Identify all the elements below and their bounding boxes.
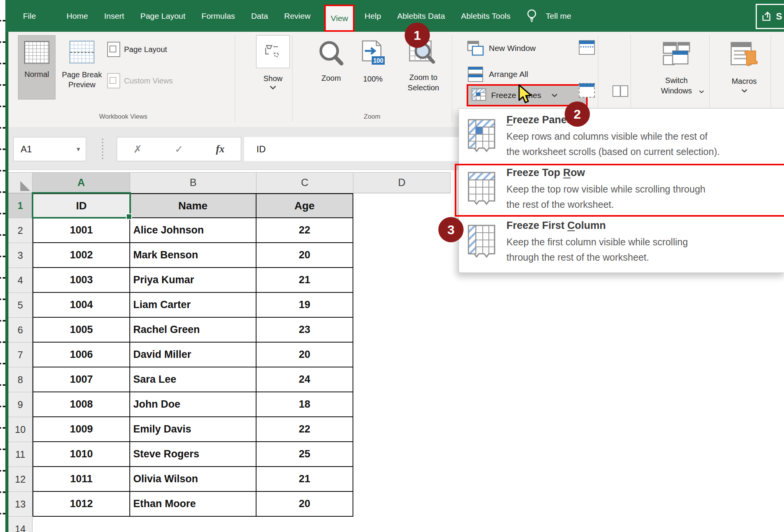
cell-name[interactable]: John Doe <box>130 392 256 417</box>
tab-review[interactable]: Review <box>284 11 310 21</box>
cell-id[interactable]: 1009 <box>33 417 130 442</box>
annotation-step-2: 2 <box>565 101 590 127</box>
custom-views-button[interactable]: Custom Views <box>107 73 173 88</box>
column-header-b[interactable]: B <box>130 172 256 193</box>
tab-insert[interactable]: Insert <box>104 11 124 21</box>
cell-name[interactable]: Mark Benson <box>130 243 256 268</box>
cell-id[interactable]: 1002 <box>33 243 130 268</box>
tab-home[interactable]: Home <box>67 11 88 21</box>
normal-view-button[interactable]: Normal <box>18 35 56 100</box>
tab-data[interactable]: Data <box>251 11 268 21</box>
cell-age[interactable]: 24 <box>256 367 353 392</box>
tab-view-active[interactable]: View <box>324 5 354 32</box>
cell-id[interactable]: 1011 <box>33 467 130 492</box>
column-header-c[interactable]: C <box>256 172 353 193</box>
cell-id[interactable]: 1001 <box>33 218 130 243</box>
zoom-to-selection-button[interactable]: Zoom to Selection <box>398 39 449 93</box>
cell-b1[interactable]: Name <box>130 193 256 218</box>
cell-name[interactable]: David Miller <box>130 343 256 367</box>
split-button[interactable] <box>579 40 595 55</box>
cell-age[interactable]: 22 <box>256 417 353 442</box>
tab-formulas[interactable]: Formulas <box>201 11 235 21</box>
cell-age[interactable]: 23 <box>256 318 353 343</box>
tell-me-button[interactable]: Tell me <box>546 11 572 21</box>
select-all-button[interactable] <box>8 172 33 193</box>
name-box[interactable]: A1 ▼ <box>13 137 86 161</box>
macros-icon <box>729 40 760 71</box>
menu-item-freeze-first-column[interactable]: Freeze First Column Keep the first colum… <box>459 220 784 273</box>
cell-age[interactable]: 20 <box>256 243 353 268</box>
cell-age[interactable]: 22 <box>256 218 353 243</box>
row-header[interactable]: 11 <box>8 442 33 467</box>
tab-ablebits-data[interactable]: Ablebits Data <box>397 11 445 21</box>
menu-item-freeze-panes[interactable]: Freeze Panes Keep rows and columns visib… <box>459 114 784 167</box>
hide-window-button[interactable] <box>579 83 595 98</box>
macros-button[interactable]: Macros <box>721 40 767 93</box>
row-header[interactable]: 7 <box>8 343 33 367</box>
share-icon <box>761 11 772 22</box>
cell-id[interactable]: 1004 <box>33 293 130 318</box>
name-box-dropdown-icon[interactable]: ▼ <box>75 146 81 152</box>
tab-file[interactable]: File <box>23 11 36 21</box>
view-side-by-side-button[interactable] <box>612 84 628 99</box>
zoom-button[interactable]: Zoom <box>306 39 356 83</box>
row-header-14[interactable]: 14 <box>8 517 33 532</box>
row-header[interactable]: 13 <box>8 492 33 517</box>
page-layout-view-button[interactable]: Page Layout <box>107 42 167 57</box>
row-header[interactable]: 10 <box>8 417 33 442</box>
cell-name[interactable]: Steve Rogers <box>130 442 256 467</box>
cancel-icon[interactable]: ✗ <box>134 143 142 155</box>
tab-page-layout[interactable]: Page Layout <box>140 11 185 21</box>
cell-name[interactable]: Ethan Moore <box>130 492 256 517</box>
cell-name[interactable]: Priya Kumar <box>130 268 256 293</box>
row-header[interactable]: 3 <box>8 243 33 268</box>
cell-age[interactable]: 18 <box>256 392 353 417</box>
cell-age[interactable]: 25 <box>256 442 353 467</box>
cell-name[interactable]: Alice Johnson <box>130 218 256 243</box>
row-header-1[interactable]: 1 <box>8 193 33 218</box>
cell-name[interactable]: Emily Davis <box>130 417 256 442</box>
cell-id[interactable]: 1010 <box>33 442 130 467</box>
freeze-top-row-menu-icon <box>467 167 497 220</box>
row-header[interactable]: 2 <box>8 218 33 243</box>
enter-icon[interactable]: ✓ <box>175 143 183 155</box>
formula-bar-drag-handle[interactable] <box>102 139 103 159</box>
insert-function-icon[interactable]: fx <box>216 143 225 155</box>
cell-id[interactable]: 1012 <box>33 492 130 517</box>
cell-name[interactable]: Sara Lee <box>130 367 256 392</box>
row-header[interactable]: 5 <box>8 293 33 318</box>
new-window-button[interactable]: New Window <box>467 40 536 56</box>
arrange-all-button[interactable]: Arrange All <box>467 66 528 82</box>
cell-c1[interactable]: Age <box>256 193 353 218</box>
normal-view-icon <box>24 41 49 64</box>
cell-age[interactable]: 20 <box>256 343 353 367</box>
share-button[interactable]: S <box>756 4 784 29</box>
cell-id[interactable]: 1003 <box>33 268 130 293</box>
cell-age[interactable]: 19 <box>256 293 353 318</box>
cell-id[interactable]: 1006 <box>33 343 130 367</box>
row-header[interactable]: 12 <box>8 467 33 492</box>
cell-age[interactable]: 21 <box>256 268 353 293</box>
tab-help[interactable]: Help <box>364 11 381 21</box>
cell-name[interactable]: Rachel Green <box>130 318 256 343</box>
zoom-100-button[interactable]: 100 100% <box>352 39 394 84</box>
show-button[interactable]: Show <box>254 35 292 117</box>
row-header[interactable]: 9 <box>8 392 33 417</box>
cell-id[interactable]: 1007 <box>33 367 130 392</box>
cell-age[interactable]: 20 <box>256 492 353 517</box>
column-header-d[interactable]: D <box>353 172 451 193</box>
row-header[interactable]: 8 <box>8 367 33 392</box>
tab-ablebits-tools[interactable]: Ablebits Tools <box>461 11 510 21</box>
cell-name[interactable]: Liam Carter <box>130 293 256 318</box>
cell-name[interactable]: Olivia Wilson <box>130 467 256 492</box>
cell-age[interactable]: 21 <box>256 467 353 492</box>
column-header-a[interactable]: A <box>33 172 130 193</box>
cell-a1-selected[interactable]: ID <box>33 193 130 218</box>
menu-item-freeze-top-row[interactable]: Freeze Top Row Keep the top row visible … <box>459 167 784 220</box>
switch-windows-button[interactable]: Switch Windows <box>646 40 707 96</box>
page-break-preview-button[interactable]: Page Break Preview <box>59 35 105 100</box>
row-header[interactable]: 6 <box>8 318 33 343</box>
cell-id[interactable]: 1005 <box>33 318 130 343</box>
row-header[interactable]: 4 <box>8 268 33 293</box>
cell-id[interactable]: 1008 <box>33 392 130 417</box>
